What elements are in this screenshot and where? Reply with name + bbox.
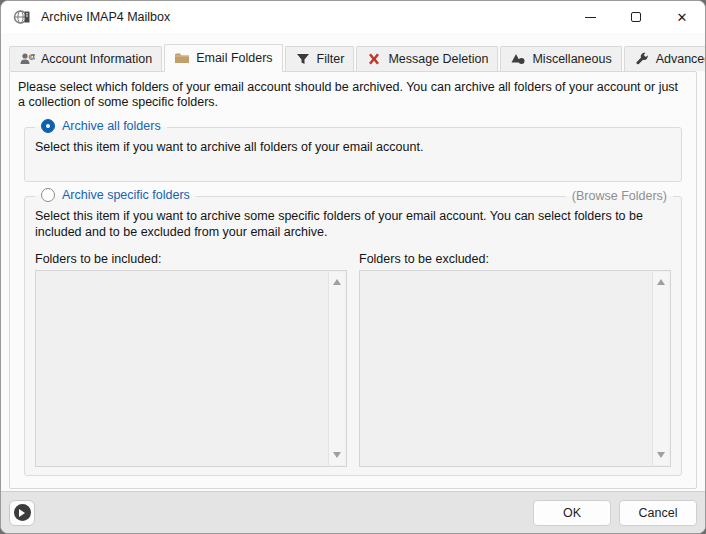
close-icon: ✕ [677,11,688,24]
help-video-button[interactable] [9,500,35,526]
page-intro-text: Please select which folders of your emai… [16,80,690,113]
filter-icon [295,51,311,67]
email-folders-page: Please select which folders of your emai… [9,71,697,489]
folder-icon [174,50,190,66]
delete-icon [366,51,382,67]
tab-miscellaneous[interactable]: Miscellaneous [500,46,621,71]
archive-specific-folders-description: Select this item if you want to archive … [35,209,671,240]
maximize-button[interactable] [613,1,659,33]
folder-lists [35,270,671,467]
play-triangle [19,509,29,517]
play-icon [14,504,31,521]
minimize-icon [585,17,596,18]
tab-filter[interactable]: Filter [285,46,355,71]
folders-excluded-listbox[interactable] [359,270,671,467]
tab-label: Message Deletion [388,52,488,66]
tab-label: Advanced [656,52,706,66]
tab-account-information[interactable]: @ Account Information [9,46,162,71]
archive-specific-folders-radio[interactable] [41,188,55,202]
dialog-footer: OK Cancel [1,491,705,533]
tab-strip: @ Account Information Email Folders Filt… [1,33,705,71]
tab-label: Filter [317,52,345,66]
tab-email-folders[interactable]: Email Folders [164,44,282,72]
archive-specific-folders-option[interactable]: Archive specific folders [35,188,196,202]
included-scrollbar[interactable] [328,272,345,465]
dialog-archive-imap4-mailbox: Archive IMAP4 Mailbox ✕ @ Account Inform… [0,0,706,534]
minimize-button[interactable] [567,1,613,33]
excluded-scrollbar[interactable] [652,272,669,465]
folders-excluded-label: Folders to be excluded: [359,252,671,266]
window-title: Archive IMAP4 Mailbox [41,10,170,24]
scroll-down-icon[interactable] [657,452,665,462]
folders-included-label: Folders to be included: [35,252,347,266]
misc-icon [510,51,526,67]
svg-text:@: @ [28,52,35,61]
ok-button[interactable]: OK [533,500,611,526]
tab-advanced[interactable]: Advanced [624,46,706,71]
maximize-icon [631,12,641,22]
folders-included-listbox[interactable] [35,270,347,467]
app-icon [13,8,31,26]
tab-label: Account Information [41,52,152,66]
titlebar: Archive IMAP4 Mailbox ✕ [1,1,705,33]
archive-all-folders-radio[interactable] [41,119,55,133]
close-button[interactable]: ✕ [659,1,705,33]
archive-all-folders-description: Select this item if you want to archive … [35,140,671,156]
tab-label: Email Folders [196,51,272,65]
archive-specific-folders-label: Archive specific folders [62,188,190,202]
wrench-icon [634,51,650,67]
archive-all-folders-group: Archive all folders Select this item if … [24,127,682,183]
browse-folders-link[interactable]: (Browse Folders) [566,189,673,203]
scroll-up-icon[interactable] [333,275,341,285]
archive-all-folders-label: Archive all folders [62,119,161,133]
account-icon: @ [19,51,35,67]
folder-list-labels: Folders to be included: Folders to be ex… [35,252,671,266]
scroll-down-icon[interactable] [333,452,341,462]
cancel-button[interactable]: Cancel [619,500,697,526]
archive-specific-folders-group: Archive specific folders (Browse Folders… [24,196,682,476]
tab-message-deletion[interactable]: Message Deletion [356,46,498,71]
scroll-up-icon[interactable] [657,275,665,285]
tab-label: Miscellaneous [532,52,611,66]
archive-all-folders-option[interactable]: Archive all folders [35,119,167,133]
